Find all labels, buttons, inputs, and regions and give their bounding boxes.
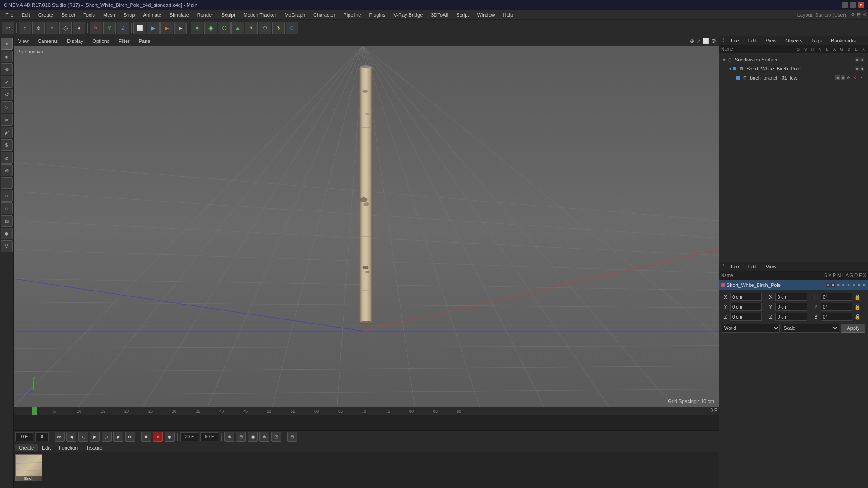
vp-menu-display[interactable]: Display	[65, 38, 85, 45]
vp-icon-full[interactable]: ⬜	[703, 38, 709, 44]
left-tool-dollar[interactable]: $	[1, 139, 13, 151]
vp-menu-cameras[interactable]: Cameras	[36, 38, 60, 45]
record-active-button[interactable]: ●	[153, 432, 163, 442]
material-preview[interactable]: Birch	[15, 454, 42, 481]
timeline-mode4-button[interactable]: ⊡	[271, 432, 281, 442]
obj-light-button[interactable]: ☀	[272, 22, 285, 34]
vp-icon-settings[interactable]: ⚙	[711, 38, 716, 44]
coord-p[interactable]	[821, 303, 852, 311]
obj-tab-bookmarks[interactable]: Bookmarks	[828, 37, 859, 44]
coord-b[interactable]	[821, 313, 852, 321]
record-button[interactable]: ⏺	[141, 432, 151, 442]
menu-script[interactable]: Script	[453, 11, 472, 19]
timeline-mode-button[interactable]: ⊞	[236, 432, 246, 442]
obj-python-button[interactable]: ⬡	[286, 22, 298, 34]
prev-frame-button[interactable]: ◀	[66, 432, 76, 442]
attr-tab-file[interactable]: File	[728, 263, 742, 270]
obj-cone-button[interactable]: ▲	[231, 22, 244, 34]
left-tool-rotate[interactable]: ↺	[1, 89, 13, 100]
left-tool-python[interactable]: ⬢	[1, 228, 13, 239]
vp-icon-move[interactable]: ⊕	[690, 38, 694, 44]
coord-scale-select[interactable]: Scale Size	[782, 324, 840, 333]
obj-row-birch-pole[interactable]: ▾ ⊞ Short_White_Birch_Pole ■ ●	[727, 64, 866, 73]
menu-file[interactable]: File	[2, 11, 17, 19]
obj-star-button[interactable]: ✦	[245, 22, 258, 34]
menu-mograph[interactable]: MoGraph	[281, 11, 309, 19]
menu-create[interactable]: Create	[35, 11, 57, 19]
attr-selected-row[interactable]: Short_White_Birch_Pole ■ ■ ■ ■ ■ ■ ■ ■	[719, 280, 868, 290]
vp-menu-filter[interactable]: Filter	[117, 38, 131, 45]
left-tool-scale[interactable]: ⤢	[1, 76, 13, 88]
menu-help[interactable]: Help	[500, 11, 517, 19]
menu-render[interactable]: Render	[193, 11, 217, 19]
coord-z-size[interactable]	[775, 313, 807, 321]
motion-path-button[interactable]: ⊕	[224, 432, 234, 442]
left-tool-pen[interactable]: ✏	[1, 114, 13, 126]
left-tool-polygon[interactable]: ▷	[1, 101, 13, 113]
render-button[interactable]: ▶	[147, 22, 160, 34]
current-pos-input[interactable]	[35, 432, 49, 441]
coord-lock-3[interactable]: 🔒	[853, 314, 862, 320]
maximize-button[interactable]: □	[850, 2, 856, 8]
viewport-canvas[interactable]: Perspective Grid Spacing : 10 cm Z Y	[14, 46, 719, 407]
menu-3dtoall[interactable]: 3DToAll	[427, 11, 452, 19]
obj-tab-view[interactable]: View	[763, 37, 779, 44]
obj-tab-edit[interactable]: Edit	[745, 37, 760, 44]
left-tool-move[interactable]: ⊕	[1, 63, 13, 75]
timeline-mode2-button[interactable]: ◉	[248, 432, 258, 442]
menu-select[interactable]: Select	[58, 11, 79, 19]
start-frame-input[interactable]: 0 F	[15, 432, 33, 441]
axis-z-button[interactable]: Z	[117, 22, 129, 34]
menu-motion-tracker[interactable]: Motion Tracker	[240, 11, 280, 19]
left-tool-pointer[interactable]: ✦	[1, 38, 13, 50]
coord-x-size[interactable]	[775, 293, 807, 301]
play-button[interactable]: ▶	[90, 432, 100, 442]
obj-tab-tags[interactable]: Tags	[809, 37, 825, 44]
tab-create[interactable]: Create	[15, 444, 38, 451]
start-marker[interactable]	[32, 407, 37, 415]
coord-h[interactable]	[821, 293, 852, 301]
attr-tab-edit[interactable]: Edit	[745, 263, 760, 270]
menu-vray[interactable]: V-Ray Bridge	[390, 11, 427, 19]
obj-tab-objects[interactable]: Objects	[783, 37, 805, 44]
menu-tools[interactable]: Tools	[80, 11, 99, 19]
coord-lock-1[interactable]: 🔒	[853, 294, 862, 300]
menu-mesh[interactable]: Mesh	[99, 11, 119, 19]
play-reverse-button[interactable]: ◁	[78, 432, 88, 442]
max-frame-input[interactable]: 90 F	[200, 432, 218, 441]
obj-tools-button[interactable]: ⚙	[259, 22, 271, 34]
cube-button[interactable]: ⬜	[133, 22, 146, 34]
fps-input[interactable]: 30 F	[180, 432, 198, 441]
menu-pipeline[interactable]: Pipeline	[340, 11, 364, 19]
obj-row-branch[interactable]: ⊞ birch_branch_01_low ■ ■ ⊗ ✕ ⋯	[734, 73, 866, 82]
obj-circle-button[interactable]: ⬡	[218, 22, 231, 34]
menu-snap[interactable]: Snap	[120, 11, 139, 19]
timeline-layout-button[interactable]: ⊟	[287, 432, 297, 442]
left-tool-magnet[interactable]: ⊗	[1, 164, 13, 176]
select3-button[interactable]: ●	[73, 22, 85, 34]
obj-sphere-button[interactable]: ◉	[204, 22, 217, 34]
tab-function[interactable]: Function	[55, 444, 81, 451]
minimize-button[interactable]: ─	[842, 2, 848, 8]
left-tool-twirl[interactable]: ~	[1, 177, 13, 189]
coord-z-pos[interactable]	[730, 313, 762, 321]
close-button[interactable]: ✕	[858, 2, 864, 8]
obj-tab-file[interactable]: File	[728, 37, 742, 44]
left-tool-paint[interactable]: 🖌	[1, 127, 13, 138]
vp-menu-panel[interactable]: Panel	[137, 38, 153, 45]
play-forward-button[interactable]: ▷	[102, 432, 112, 442]
obj-row-subdivision[interactable]: ▾ ⬡ Subdivision Surface ■ ●	[721, 55, 866, 64]
menu-simulate[interactable]: Simulate	[166, 11, 193, 19]
coord-y-pos[interactable]	[730, 303, 762, 311]
left-tool-select[interactable]: ◈	[1, 51, 13, 62]
select-all-button[interactable]: ⊕	[32, 22, 45, 34]
menu-animate[interactable]: Animate	[140, 11, 165, 19]
go-end-button[interactable]: ⏭	[125, 432, 135, 442]
select-button[interactable]: ○	[46, 22, 58, 34]
tab-edit[interactable]: Edit	[38, 444, 54, 451]
menu-plugins[interactable]: Plugins	[365, 11, 389, 19]
go-start-button[interactable]: ⏮	[55, 432, 65, 442]
coord-y-size[interactable]	[775, 303, 807, 311]
axis-x-button[interactable]: ✕	[90, 22, 102, 34]
obj-cube-button[interactable]: ■	[191, 22, 203, 34]
